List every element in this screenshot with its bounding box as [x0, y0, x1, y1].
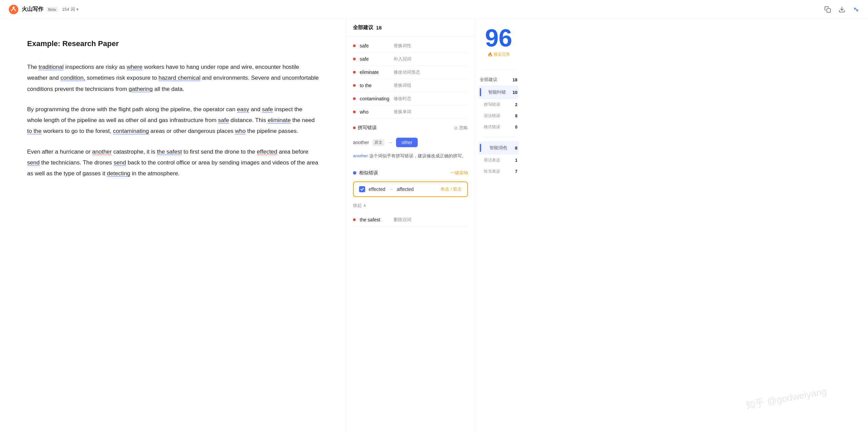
word-safe-1[interactable]: safe	[262, 106, 273, 113]
suggestion-item-the-safest[interactable]: the safest 删除冠词	[353, 213, 468, 227]
cat-num-format: 0	[515, 125, 517, 130]
ignore-circle-icon: ⊙	[454, 125, 458, 131]
download-icon[interactable]	[838, 6, 846, 13]
dot-icon	[353, 58, 356, 60]
score-cat-format[interactable]: 格式错误 0	[478, 121, 519, 133]
score-cat-smart[interactable]: 智能纠错 10	[478, 85, 519, 99]
cat-label-format: 格式错误	[484, 124, 500, 130]
text-span: areas or other dangerous places	[149, 128, 235, 134]
score-cat-polish[interactable]: 智能润色 8	[478, 141, 519, 155]
expand-icon[interactable]	[852, 6, 860, 13]
similar-errors-section: 相似错误 一键采纳 effected → affected 单击 / 双击	[353, 166, 468, 212]
suggestions-list[interactable]: safe 替换词性 safe 补入冠词 eliminate 修改动词形态 to …	[346, 37, 475, 432]
header-actions	[824, 6, 860, 13]
text-span: the need	[291, 117, 315, 123]
word-condition[interactable]: condition,	[60, 75, 85, 81]
cat-num-smart: 10	[513, 90, 517, 95]
score-cat-spell[interactable]: 拼写错误 2	[478, 99, 519, 110]
word-the-safest[interactable]: the safest	[157, 149, 182, 155]
explanation-text: another 这个词似乎有拼写错误，建议修改成正确的拼写。	[353, 151, 468, 164]
cat-label-concise: 简洁表达	[484, 157, 500, 163]
cat-num-appropriate: 7	[515, 169, 517, 174]
correction-to-btn[interactable]: other	[396, 138, 418, 147]
suggestion-word: eliminate	[360, 70, 394, 75]
ignore-label: 忽略	[459, 125, 468, 131]
copy-icon[interactable]	[824, 6, 831, 13]
word-detecting[interactable]: detecting	[107, 170, 130, 177]
cat-label-grammar: 语法错误	[484, 113, 500, 119]
suggestion-type: 补入冠词	[394, 56, 411, 62]
score-cat-all[interactable]: 全部建议 18	[478, 74, 519, 85]
score-cat-appropriate[interactable]: 恰当表达 7	[478, 166, 519, 177]
checkbox-row[interactable]: effected → affected 单击 / 双击	[353, 181, 468, 197]
cat-num-all: 18	[513, 77, 517, 82]
doc-content[interactable]: The traditional inspections are risky as…	[27, 62, 319, 179]
cat-label-spell: 拼写错误	[484, 102, 500, 107]
spell-error-section: 拼写错误 ⊙ 忽略 another 原文 → other another	[353, 121, 468, 164]
score-label: 🔥 接近完美	[488, 52, 510, 57]
original-tag: 原文	[372, 139, 384, 146]
score-divider-2	[482, 137, 515, 137]
sidebar-count: 18	[376, 25, 382, 31]
suggestion-item-to-the[interactable]: to the 替换词组	[353, 79, 468, 92]
suggestion-item-safe-2[interactable]: safe 补入冠词	[353, 53, 468, 66]
word-who[interactable]: who	[235, 128, 245, 134]
spell-dot-icon	[353, 126, 356, 129]
dot-icon	[353, 218, 356, 221]
suggestion-word: who	[360, 109, 394, 115]
word-easy[interactable]: easy	[237, 106, 249, 113]
paragraph-1: The traditional inspections are risky as…	[27, 62, 319, 95]
score-cat-concise[interactable]: 简洁表达 1	[478, 155, 519, 166]
cat-num-polish: 8	[515, 145, 517, 151]
text-span: the pipeline passes.	[246, 128, 298, 134]
suggestion-type: 替换词性	[394, 43, 411, 49]
score-cat-grammar[interactable]: 语法错误 8	[478, 110, 519, 121]
word-another[interactable]: another	[92, 149, 112, 155]
suggestion-word: the safest	[360, 217, 394, 222]
word-send-2[interactable]: send	[114, 159, 126, 166]
suggestion-word: contaminating	[360, 96, 394, 101]
smart-correction-bar	[480, 88, 481, 96]
text-span: and	[249, 106, 262, 113]
dot-icon	[353, 44, 356, 47]
cat-label-appropriate: 恰当表达	[484, 169, 500, 174]
checkbox-arrow-icon: →	[389, 186, 394, 192]
suggestion-item-safe-1[interactable]: safe 替换词性	[353, 39, 468, 53]
collapse-btn[interactable]: 收起 ∧	[353, 199, 468, 212]
word-traditional[interactable]: traditional	[39, 64, 64, 70]
paragraph-2: By programming the drone with the flight…	[27, 104, 319, 137]
suggestion-item-who[interactable]: who 替换单词	[353, 105, 468, 119]
editor-area[interactable]: Example: Research Paper The traditional …	[0, 19, 346, 432]
word-where[interactable]: where	[127, 64, 142, 70]
similar-header: 相似错误 一键采纳	[353, 166, 468, 179]
suggestion-item-eliminate[interactable]: eliminate 修改动词形态	[353, 66, 468, 79]
sidebar-header: 全部建议 18	[346, 19, 475, 37]
explanation-body: 这个词似乎有拼写错误，建议修改成正确的拼写。	[369, 153, 466, 158]
suggestion-type: 删除冠词	[394, 217, 411, 223]
word-eliminate[interactable]: eliminate	[268, 117, 291, 123]
spell-ignore-btn[interactable]: ⊙ 忽略	[454, 125, 468, 131]
cat-label-smart: 智能纠错	[488, 89, 506, 95]
smart-polish-bar	[480, 144, 481, 152]
text-span: By programming the drone with the flight…	[27, 106, 237, 113]
word-gathering[interactable]: gathering	[129, 86, 153, 92]
word-count-number: 154	[62, 7, 70, 12]
dot-icon	[353, 84, 356, 87]
similar-dot-icon	[353, 171, 356, 175]
word-count-chevron[interactable]: ▾	[76, 7, 79, 12]
word-count-area: 154 词 ▾	[62, 6, 79, 13]
word-hazard-chemical[interactable]: hazard chemical	[158, 75, 200, 81]
word-safe-2[interactable]: safe	[218, 117, 229, 123]
word-effected[interactable]: effected	[257, 149, 277, 155]
word-to-the[interactable]: to the	[27, 128, 42, 134]
header: 火山写作 Beta 154 词 ▾	[0, 0, 868, 19]
cat-label-all: 全部建议	[480, 77, 497, 83]
checkbox-icon[interactable]	[359, 186, 365, 192]
sidebar-title: 全部建议	[353, 24, 373, 31]
word-contaminating[interactable]: contaminating	[113, 128, 149, 134]
one-click-btn[interactable]: 一键采纳	[450, 170, 468, 176]
spell-section-label: 拼写错误	[353, 125, 377, 131]
suggestion-item-contaminating[interactable]: contaminating 修改时态	[353, 92, 468, 105]
suggestion-word: safe	[360, 43, 394, 48]
word-send-1[interactable]: send	[27, 159, 40, 166]
